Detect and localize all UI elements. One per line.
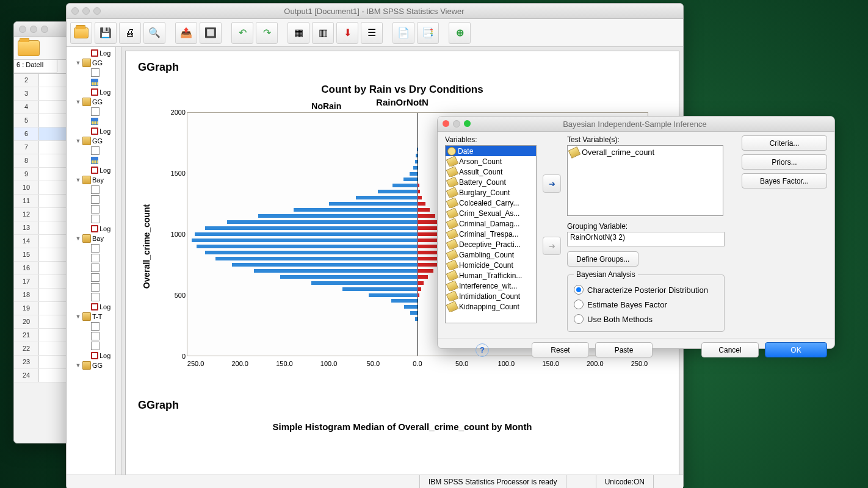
cancel-button[interactable]: Cancel [701,342,759,357]
date-icon [447,147,456,156]
outline-item[interactable]: ▼GG [67,136,115,146]
outline-item[interactable] [67,156,115,165]
outline-item[interactable]: ▼Bay [67,175,115,185]
bayesian-dialog: Bayesian Independent-Sample Inference Va… [437,116,835,349]
list-item[interactable]: Battery_Count [446,177,536,187]
outline-item[interactable]: ▼Bay [67,234,115,243]
define-groups-button[interactable]: Define Groups... [567,251,638,267]
outline-item[interactable] [67,292,115,302]
test-variables-listbox[interactable]: Overall_crime_count [567,145,723,216]
move-to-test-button[interactable]: ➔ [543,174,561,193]
traffic-close-icon[interactable] [443,120,449,127]
add-button[interactable]: ⊕ [449,22,471,44]
ok-button[interactable]: OK [765,342,827,357]
grouping-variable-field[interactable]: RainOrNotN(3 2) [567,232,725,246]
traffic-zoom-icon[interactable] [464,120,471,127]
list-item[interactable]: Burglary_Count [446,187,536,198]
list-item[interactable]: Human_Traffickin... [446,270,536,281]
paste-button[interactable]: Paste [595,342,653,357]
criteria-button[interactable]: Criteria... [742,135,827,151]
list-item[interactable]: Interference_wit... [446,281,536,291]
outline-item[interactable] [67,77,115,87]
outline-item[interactable]: ▼GG [67,58,115,68]
outline-item[interactable] [67,243,115,253]
outline-item[interactable]: Log [67,87,115,97]
traffic-min-icon[interactable] [30,26,37,33]
outline-item[interactable]: Log [67,48,115,58]
outline-item[interactable] [67,282,115,292]
list-item[interactable]: Assult_Count [446,167,536,177]
list-item[interactable]: Crim_Sexual_As... [446,208,536,218]
insert-button[interactable]: ⬇ [336,22,358,44]
list-item[interactable]: Kidnapping_Count [446,301,536,312]
outline-item[interactable] [67,273,115,282]
viewer-toolbar: 💾 🖨 🔍 📤 🔲 ↶ ↷ ▦ ▥ ⬇ ☰ 📄 📑 ⊕ [67,19,683,47]
outline-item[interactable] [67,253,115,263]
note-icon [91,342,99,350]
export-button[interactable]: 📤 [175,22,197,44]
outline-item[interactable]: Log [67,126,115,136]
help-button[interactable]: ? [476,343,489,357]
outline-item[interactable]: ▼GG [67,361,115,370]
traffic-min-icon[interactable] [453,120,460,127]
goto-data-button[interactable]: ▦ [288,22,309,44]
radio-2[interactable]: Use Both Methods [574,312,718,326]
variables-button[interactable]: ☰ [361,22,383,44]
select-last-button[interactable]: 📄 [392,22,414,44]
log-icon [91,225,98,232]
outline-item[interactable]: ▼GG [67,97,115,107]
variables-listbox[interactable]: DateArson_CountAssult_CountBattery_Count… [445,145,537,323]
priors-button[interactable]: Priors... [742,154,827,170]
print-preview-button[interactable]: 🔍 [143,22,165,44]
list-item[interactable]: Arson_Count [446,156,536,167]
outline-item[interactable]: ▼T-T [67,312,115,321]
list-item[interactable]: Intimidation_Count [446,291,536,301]
outline-item[interactable] [67,204,115,214]
traffic-close-icon[interactable] [71,7,79,15]
undo-button[interactable]: ↶ [231,22,253,44]
outline-item[interactable] [67,185,115,195]
goto-case-button[interactable]: ▥ [312,22,334,44]
outline-item[interactable] [67,146,115,156]
bayes-factor-button[interactable]: Bayes Factor... [742,173,827,188]
move-to-grouping-button[interactable]: ➔ [543,237,561,255]
list-item[interactable]: Colcealed_Carry... [446,198,536,208]
traffic-close-icon[interactable] [19,26,26,33]
list-item[interactable]: Homicide_Count [446,260,536,270]
outline-item[interactable] [67,195,115,204]
outline-item[interactable]: Log [67,224,115,234]
outline-item[interactable] [67,117,115,126]
traffic-zoom-icon[interactable] [93,7,101,15]
outline-item[interactable]: Log [67,302,115,312]
outline-item[interactable] [67,214,115,224]
outline-item[interactable] [67,107,115,117]
designate-button[interactable]: 📑 [417,22,439,44]
scale-icon [568,146,580,158]
reset-button[interactable]: Reset [532,342,589,357]
outline-item[interactable] [67,341,115,351]
list-item[interactable]: Date [446,146,536,156]
outline-item[interactable] [67,68,115,77]
open-file-icon[interactable] [18,40,40,56]
open-button[interactable] [70,22,92,44]
radio-1[interactable]: Estimate Bayes Factor [574,297,718,312]
status-unicode: Unicode:ON [596,475,653,488]
list-item[interactable]: Criminal_Damag... [446,218,536,229]
outline-item[interactable]: Log [67,351,115,361]
outline-item[interactable] [67,321,115,331]
print-button[interactable]: 🖨 [119,22,141,44]
list-item[interactable]: Criminal_Trespa... [446,229,536,239]
dialog-recall-button[interactable]: 🔲 [200,22,222,44]
traffic-zoom-icon[interactable] [41,26,48,33]
outline-item[interactable]: Log [67,165,115,175]
outline-item[interactable] [67,331,115,341]
outline-scrollbar[interactable] [116,47,121,477]
output-outline[interactable]: Log▼GGLog▼GGLog▼GGLog▼BayLog▼BayLog▼T-TL… [67,47,116,477]
list-item[interactable]: Deceptive_Practi... [446,239,536,249]
radio-0[interactable]: Characterize Posterior Distribution [574,282,718,297]
save-button[interactable]: 💾 [95,22,117,44]
traffic-min-icon[interactable] [82,7,90,15]
outline-item[interactable] [67,263,115,273]
redo-button[interactable]: ↷ [256,22,278,44]
list-item[interactable]: Gambling_Count [446,249,536,260]
